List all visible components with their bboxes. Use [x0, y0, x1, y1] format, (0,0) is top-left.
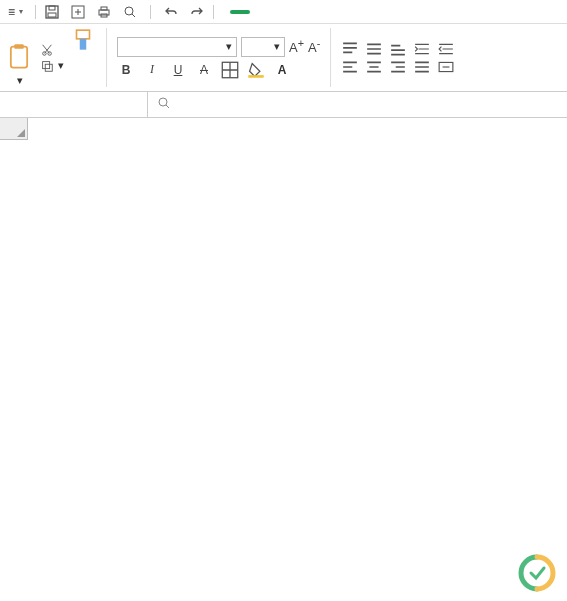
bold-button[interactable]: B [117, 61, 135, 79]
save-as-icon[interactable] [70, 4, 86, 20]
separator [35, 5, 36, 19]
chevron-down-icon: ▾ [17, 74, 23, 87]
menubar: ≡ ▾ [0, 0, 567, 24]
separator [330, 28, 331, 87]
ribbon-tabs [230, 10, 314, 14]
svg-rect-13 [45, 64, 52, 71]
spreadsheet-grid [0, 118, 567, 598]
name-box[interactable] [0, 92, 148, 117]
justify-button[interactable] [413, 59, 431, 75]
increase-indent-button[interactable] [437, 41, 455, 57]
chevron-down-icon: ▾ [274, 40, 280, 53]
format-painter-icon [70, 28, 96, 54]
svg-point-7 [125, 7, 133, 15]
tab-data[interactable] [310, 10, 314, 14]
italic-button[interactable]: I [143, 61, 161, 79]
strikethrough-button[interactable]: A [195, 61, 213, 79]
select-all-corner[interactable] [0, 118, 28, 140]
tab-formulas[interactable] [294, 10, 298, 14]
tab-home[interactable] [230, 10, 250, 14]
separator [213, 5, 214, 19]
hamburger-icon: ≡ [8, 5, 15, 19]
chevron-down-icon: ▾ [226, 40, 232, 53]
align-top-button[interactable] [341, 41, 359, 57]
column-headers [28, 118, 567, 140]
quick-access-toolbar [44, 4, 205, 20]
svg-rect-2 [48, 13, 56, 17]
align-bottom-button[interactable] [389, 41, 407, 57]
formula-bar-row [0, 92, 567, 118]
font-family-select[interactable]: ▾ [117, 37, 237, 57]
paste-button[interactable]: ▾ [4, 28, 34, 87]
svg-rect-15 [80, 39, 87, 50]
undo-icon[interactable] [163, 4, 179, 20]
separator [106, 28, 107, 87]
ribbon: ▾ ▾ ▾ ▾ A+ A- B I [0, 24, 567, 92]
file-menu-button[interactable]: ≡ ▾ [4, 3, 27, 21]
cut-button[interactable] [40, 43, 64, 57]
merge-cells-button[interactable] [437, 59, 455, 75]
svg-rect-14 [77, 30, 90, 39]
copy-button[interactable]: ▾ [40, 59, 64, 73]
print-preview-icon[interactable] [122, 4, 138, 20]
font-size-select[interactable]: ▾ [241, 37, 285, 57]
tab-page-layout[interactable] [278, 10, 282, 14]
align-center-button[interactable] [365, 59, 383, 75]
align-right-button[interactable] [389, 59, 407, 75]
watermark [517, 553, 563, 593]
format-painter-button[interactable] [70, 28, 96, 87]
align-middle-button[interactable] [365, 41, 383, 57]
svg-rect-17 [248, 75, 263, 78]
font-color-button[interactable]: A [273, 61, 291, 79]
svg-point-19 [159, 98, 167, 106]
svg-rect-8 [11, 47, 27, 68]
cancel-formula-icon[interactable] [158, 97, 170, 112]
decrease-font-size-button[interactable]: A- [308, 37, 320, 55]
chevron-down-icon: ▾ [58, 59, 64, 72]
borders-button[interactable] [221, 61, 239, 79]
decrease-indent-button[interactable] [413, 41, 431, 57]
separator [150, 5, 151, 19]
increase-font-size-button[interactable]: A+ [289, 37, 304, 55]
svg-rect-9 [14, 44, 23, 49]
svg-rect-5 [101, 7, 107, 10]
clipboard-icon [4, 42, 34, 72]
chevron-down-icon: ▾ [19, 7, 23, 16]
watermark-logo-icon [517, 553, 557, 593]
fill-color-button[interactable] [247, 61, 265, 79]
tab-insert[interactable] [262, 10, 266, 14]
print-icon[interactable] [96, 4, 112, 20]
underline-button[interactable]: U [169, 61, 187, 79]
save-icon[interactable] [44, 4, 60, 20]
svg-rect-12 [43, 61, 50, 68]
align-left-button[interactable] [341, 59, 359, 75]
redo-icon[interactable] [189, 4, 205, 20]
